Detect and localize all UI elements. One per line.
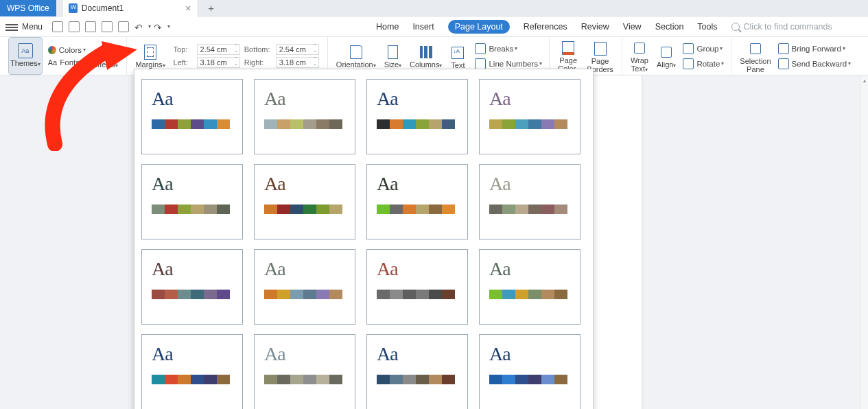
size-icon <box>388 45 398 59</box>
colors-button[interactable]: Colors▾ <box>45 45 89 56</box>
themes-button[interactable]: Aa Themes▾ <box>8 37 43 75</box>
theme-tile[interactable]: Aa <box>479 249 580 325</box>
search-icon <box>731 23 740 31</box>
redo-button[interactable] <box>154 21 165 32</box>
effects-icon <box>99 46 112 58</box>
margin-right-label: Right: <box>244 58 276 67</box>
theme-swatches <box>489 290 570 299</box>
ribbon-tabs: Home Insert Page Layout References Revie… <box>376 20 718 34</box>
theme-swatches <box>264 204 345 214</box>
margin-right-field[interactable]: 3.18 cm <box>276 57 319 68</box>
send-backward-icon <box>778 58 789 69</box>
theme-swatches <box>264 119 345 129</box>
theme-tile[interactable]: Aa <box>366 334 468 409</box>
send-backward-button[interactable]: Send Backward▾ <box>775 57 854 71</box>
theme-preview-text: Aa <box>377 173 458 195</box>
menu-button[interactable]: Menu <box>22 22 43 32</box>
group-icon <box>683 43 694 54</box>
columns-icon <box>420 46 432 58</box>
theme-tile[interactable]: Aa <box>141 164 243 239</box>
theme-swatches <box>377 119 458 129</box>
theme-swatches <box>264 375 345 384</box>
margin-bottom-field[interactable]: 2.54 cm <box>276 44 319 55</box>
vertical-scrollbar[interactable]: ▴ <box>860 75 868 409</box>
fonts-button[interactable]: AaFonts▾ <box>45 57 89 68</box>
theme-tile[interactable]: Aa <box>254 164 355 239</box>
tab-references[interactable]: References <box>524 22 567 32</box>
close-tab-button[interactable]: × <box>185 3 191 14</box>
tab-insert[interactable]: Insert <box>412 22 434 32</box>
print-icon[interactable] <box>85 21 96 32</box>
theme-preview-text: Aa <box>489 173 570 195</box>
theme-tile[interactable]: Aa <box>141 334 243 409</box>
theme-tile[interactable]: Aa <box>366 79 468 154</box>
open-icon[interactable] <box>52 21 63 32</box>
theme-tile[interactable]: Aa <box>254 79 355 154</box>
margins-icon <box>144 45 156 60</box>
new-tab-button[interactable]: + <box>208 2 214 14</box>
redo-caret-icon[interactable]: ▾ <box>167 23 170 30</box>
theme-tile[interactable]: Aa <box>366 249 468 325</box>
theme-swatches <box>377 375 458 384</box>
theme-tile[interactable]: Aa <box>479 334 580 409</box>
group-button[interactable]: Group▾ <box>680 42 727 56</box>
theme-preview-text: Aa <box>377 258 458 280</box>
theme-preview-text: Aa <box>264 343 345 365</box>
theme-tile[interactable]: Aa <box>141 79 243 154</box>
tab-tools[interactable]: Tools <box>697 22 717 32</box>
page-color-icon <box>562 41 574 55</box>
theme-preview-text: Aa <box>264 88 345 110</box>
tab-view[interactable]: View <box>623 22 642 32</box>
theme-preview-text: Aa <box>152 258 233 280</box>
text-direction-icon <box>451 47 464 59</box>
app-tab[interactable]: WPS Office <box>0 0 56 16</box>
rotate-button[interactable]: Rotate▾ <box>680 57 727 71</box>
theme-preview-text: Aa <box>264 173 345 195</box>
themes-gallery: AaAaAaAaAaAaAaAaAaAaAaAaAaAaAaAa <box>134 69 594 409</box>
doc-icon <box>69 3 78 13</box>
theme-swatches <box>152 375 233 384</box>
theme-tile[interactable]: Aa <box>254 249 355 325</box>
margin-top-field[interactable]: 2.54 cm <box>197 44 240 55</box>
margin-left-field[interactable]: 3.18 cm <box>197 57 240 68</box>
undo-caret-icon[interactable]: ▾ <box>148 23 151 30</box>
theme-tile[interactable]: Aa <box>254 334 355 409</box>
breaks-icon <box>475 43 486 54</box>
wrap-text-icon <box>634 43 645 54</box>
selection-pane-button[interactable]: SelectionPane <box>736 37 775 75</box>
tab-review[interactable]: Review <box>581 22 609 32</box>
tab-home[interactable]: Home <box>376 22 399 32</box>
theme-swatches <box>152 290 233 299</box>
theme-preview-text: Aa <box>377 343 458 365</box>
align-button[interactable]: Align▾ <box>653 37 680 75</box>
scroll-up-icon[interactable]: ▴ <box>862 77 867 84</box>
align-icon <box>661 47 672 58</box>
theme-preview-text: Aa <box>489 88 570 110</box>
hamburger-icon[interactable] <box>5 23 18 31</box>
bring-forward-button[interactable]: Bring Forward▾ <box>775 42 854 56</box>
wrap-text-button[interactable]: WrapText▾ <box>626 37 653 75</box>
themes-icon: Aa <box>18 43 33 58</box>
export-icon[interactable] <box>118 21 129 32</box>
document-tab[interactable]: Document1 × <box>63 0 199 16</box>
command-search[interactable]: Click to find commands <box>731 22 832 32</box>
print-preview-icon[interactable] <box>102 21 113 32</box>
theme-tile[interactable]: Aa <box>479 164 580 239</box>
effects-button[interactable]: Effects▾ <box>89 37 122 75</box>
theme-tile[interactable]: Aa <box>479 79 580 154</box>
colors-icon <box>48 46 56 54</box>
tab-section[interactable]: Section <box>655 22 684 32</box>
theme-tile[interactable]: Aa <box>141 249 243 325</box>
save-icon[interactable] <box>69 21 80 32</box>
theme-swatches <box>152 119 233 129</box>
line-numbers-icon <box>475 58 486 69</box>
tab-page-layout[interactable]: Page Layout <box>448 20 510 34</box>
theme-tile[interactable]: Aa <box>366 164 468 239</box>
theme-swatches <box>489 119 570 129</box>
breaks-button[interactable]: Breaks▾ <box>472 42 545 56</box>
page-borders-icon <box>594 42 607 56</box>
theme-preview-text: Aa <box>152 88 233 110</box>
theme-swatches <box>377 290 458 299</box>
undo-button[interactable] <box>134 21 145 32</box>
orientation-icon <box>350 45 362 59</box>
